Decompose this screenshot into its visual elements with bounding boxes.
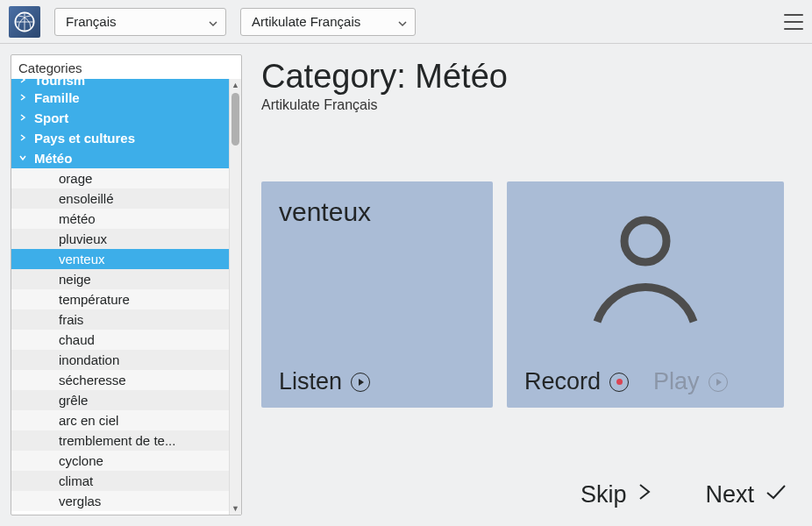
play-icon: [709, 373, 728, 392]
page-title: Category: Météo: [261, 58, 787, 96]
chevron-down-icon: [397, 17, 408, 27]
category-leaf[interactable]: neige: [11, 269, 229, 289]
listen-button[interactable]: Listen: [279, 368, 370, 395]
main-panel: Category: Météo Artikulate Français vent…: [247, 44, 812, 526]
listen-card: venteux Listen: [261, 181, 493, 408]
category-leaf[interactable]: tremblement de te...: [11, 430, 229, 451]
category-leaf[interactable]: venteux: [11, 249, 229, 269]
app-logo-icon: [9, 6, 40, 38]
category-parent[interactable]: Météo: [11, 148, 229, 168]
language-dropdown-value: Français: [66, 14, 117, 29]
category-leaf[interactable]: climat: [11, 471, 229, 491]
language-dropdown[interactable]: Français: [54, 8, 226, 36]
category-leaf[interactable]: frais: [11, 309, 229, 330]
category-parent[interactable]: Sport: [11, 108, 229, 128]
category-label: Tourism: [29, 79, 85, 88]
category-leaf[interactable]: arc en ciel: [11, 410, 229, 430]
toolbar: Français Artikulate Français: [0, 0, 812, 44]
category-leaf[interactable]: grêle: [11, 390, 229, 410]
category-leaf[interactable]: chaud: [11, 330, 229, 350]
category-leaf[interactable]: cyclone: [11, 451, 229, 471]
chevron-right-icon: [637, 481, 652, 508]
skip-button[interactable]: Skip: [581, 481, 653, 508]
sidebar: Categories TourismFamilleSportPays et cu…: [0, 44, 247, 526]
category-label: Pays et cultures: [29, 131, 135, 146]
scrollbar[interactable]: ▲ ▼: [229, 79, 241, 515]
category-leaf[interactable]: pluvieux: [11, 229, 229, 249]
chevron-right-icon: [17, 93, 29, 103]
next-button[interactable]: Next: [705, 481, 787, 508]
category-leaf[interactable]: orage: [11, 168, 229, 188]
scroll-down-icon[interactable]: ▼: [230, 502, 241, 515]
record-icon: [609, 373, 629, 392]
category-leaf[interactable]: inondation: [11, 350, 229, 370]
record-card: Record Play: [507, 181, 784, 408]
sidebar-title: Categories: [11, 55, 241, 79]
category-parent[interactable]: Famille: [11, 88, 229, 108]
category-tree[interactable]: TourismFamilleSportPays et culturesMétéo…: [11, 79, 229, 515]
category-leaf[interactable]: ensoleillé: [11, 188, 229, 209]
category-parent[interactable]: Pays et cultures: [11, 128, 229, 148]
category-leaf[interactable]: température: [11, 289, 229, 309]
check-icon: [765, 481, 787, 508]
category-parent[interactable]: Tourism: [11, 79, 229, 88]
course-dropdown-value: Artikulate Français: [252, 14, 360, 29]
current-word: venteux: [279, 197, 475, 227]
chevron-down-icon: [17, 153, 29, 164]
play-recording-button[interactable]: Play: [653, 368, 728, 395]
record-button[interactable]: Record: [524, 368, 629, 395]
course-dropdown[interactable]: Artikulate Français: [240, 8, 416, 36]
svg-point-1: [624, 220, 666, 262]
menu-button[interactable]: [784, 14, 803, 30]
scroll-up-icon[interactable]: ▲: [230, 79, 241, 91]
category-label: Sport: [29, 110, 68, 125]
category-leaf[interactable]: sécheresse: [11, 370, 229, 390]
chevron-down-icon: [208, 17, 218, 27]
chevron-right-icon: [17, 79, 29, 86]
person-icon: [588, 210, 702, 327]
chevron-right-icon: [17, 133, 29, 144]
category-label: Météo: [29, 151, 72, 166]
scroll-thumb[interactable]: [231, 93, 239, 146]
category-leaf[interactable]: météo: [11, 209, 229, 229]
chevron-right-icon: [17, 113, 29, 124]
play-icon: [351, 373, 370, 392]
page-subtitle: Artikulate Français: [261, 97, 787, 113]
category-leaf[interactable]: verglas: [11, 491, 229, 511]
category-label: Famille: [29, 90, 80, 105]
